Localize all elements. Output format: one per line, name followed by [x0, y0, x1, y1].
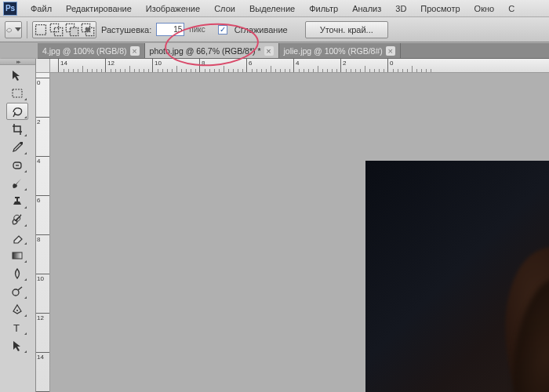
svg-rect-7 — [85, 27, 89, 31]
menu-select[interactable]: Выделение — [242, 4, 302, 13]
feather-label: Растушевка: — [101, 25, 151, 34]
blur-tool-icon[interactable] — [6, 265, 28, 282]
feather-unit: пикс — [189, 25, 205, 34]
brush-tool-icon[interactable] — [6, 175, 28, 192]
feather-input[interactable] — [156, 23, 184, 36]
svg-rect-4 — [70, 27, 78, 35]
svg-rect-9 — [20, 142, 23, 144]
menu-image[interactable]: Изображение — [139, 4, 207, 13]
svg-line-16 — [18, 287, 22, 290]
close-icon[interactable]: × — [264, 46, 274, 56]
dodge-tool-icon[interactable] — [6, 283, 28, 300]
selection-new-icon[interactable] — [34, 23, 48, 37]
selection-add-icon[interactable] — [49, 23, 64, 37]
path-select-tool-icon[interactable] — [6, 337, 28, 354]
document-tab[interactable]: photo.jpg @ 66,7% (RGB/8*) * × — [145, 43, 279, 58]
svg-rect-0 — [36, 24, 46, 34]
app-logo: Ps — [3, 2, 17, 16]
crop-tool-icon[interactable] — [6, 121, 28, 138]
menu-window[interactable]: Окно — [467, 4, 502, 13]
ruler-origin[interactable] — [36, 59, 50, 73]
pen-tool-icon[interactable] — [6, 301, 28, 318]
close-icon[interactable]: × — [130, 46, 140, 56]
svg-rect-13 — [15, 197, 20, 198]
move-tool-icon[interactable] — [6, 67, 28, 84]
menu-file[interactable]: Файл — [24, 4, 59, 13]
document-tab[interactable]: 4.jpg @ 100% (RGB/8) × — [38, 43, 145, 58]
eyedropper-tool-icon[interactable] — [6, 139, 28, 156]
menu-edit[interactable]: Редактирование — [59, 4, 139, 13]
toolbox: T — [0, 59, 36, 392]
tab-label: photo.jpg @ 66,7% (RGB/8*) * — [150, 46, 261, 56]
antialias-checkbox[interactable] — [218, 25, 227, 34]
type-tool-icon[interactable]: T — [6, 319, 28, 336]
document-tabs: 4.jpg @ 100% (RGB/8) × photo.jpg @ 66,7%… — [38, 43, 549, 59]
svg-point-15 — [13, 289, 19, 296]
gradient-tool-icon[interactable] — [6, 247, 28, 264]
menu-3d[interactable]: 3D — [388, 4, 413, 13]
ruler-vertical[interactable]: 0246810121416 — [36, 73, 50, 392]
selection-subtract-icon[interactable] — [65, 23, 79, 37]
main-menubar: Ps Файл Редактирование Изображение Слои … — [0, 0, 549, 17]
svg-rect-8 — [13, 89, 22, 97]
canvas-area: 14121086420 0246810121416 — [36, 59, 549, 392]
lasso-tool-icon[interactable] — [6, 103, 28, 120]
close-icon[interactable]: × — [386, 46, 395, 56]
document-canvas[interactable] — [365, 161, 549, 392]
eraser-tool-icon[interactable] — [6, 229, 28, 246]
svg-text:T: T — [13, 322, 20, 334]
selection-intersect-icon[interactable] — [81, 23, 95, 37]
active-tool-preset[interactable] — [5, 21, 22, 38]
menu-view[interactable]: Просмотр — [413, 4, 467, 13]
toolbox-collapse-handle[interactable] — [0, 59, 35, 65]
svg-rect-14 — [13, 252, 22, 259]
selection-mode-group — [32, 21, 96, 38]
document-tab[interactable]: jolie.jpg @ 100% (RGB/8#) × — [279, 43, 401, 58]
menu-layers[interactable]: Слои — [207, 4, 242, 13]
refine-edge-button[interactable]: Уточн. край... — [305, 21, 388, 38]
menu-filter[interactable]: Фильтр — [302, 4, 345, 13]
ruler-horizontal[interactable]: 14121086420 — [50, 59, 549, 73]
svg-point-17 — [16, 310, 18, 311]
options-bar: Растушевка: пикс Сглаживание Уточн. край… — [0, 17, 549, 42]
chevron-down-icon — [15, 27, 21, 31]
menu-help[interactable]: С — [501, 4, 522, 13]
antialias-label: Сглаживание — [235, 25, 288, 34]
marquee-tool-icon[interactable] — [6, 85, 28, 102]
healing-brush-tool-icon[interactable] — [6, 157, 28, 174]
menu-analysis[interactable]: Анализ — [345, 4, 388, 13]
tab-label: jolie.jpg @ 100% (RGB/8#) — [284, 46, 383, 56]
clone-stamp-tool-icon[interactable] — [6, 193, 28, 210]
history-brush-tool-icon[interactable] — [6, 211, 28, 228]
separator — [27, 21, 27, 38]
tab-label: 4.jpg @ 100% (RGB/8) — [42, 46, 127, 56]
